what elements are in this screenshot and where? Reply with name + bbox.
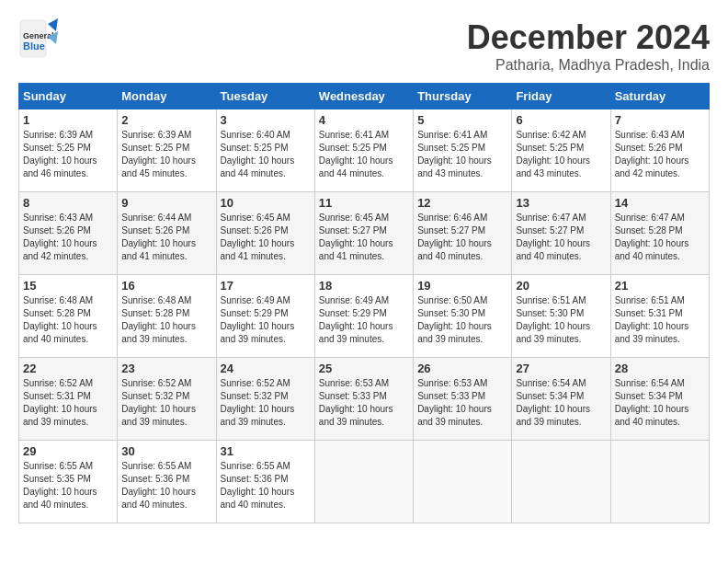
calendar-header-sunday: Sunday (19, 84, 118, 109)
day-number: 30 (121, 444, 211, 458)
day-number: 27 (516, 362, 606, 375)
calendar-cell: 21Sunrise: 6:51 AM Sunset: 5:31 PM Dayli… (610, 275, 709, 358)
calendar-cell: 17Sunrise: 6:49 AM Sunset: 5:29 PM Dayli… (216, 275, 314, 358)
day-number: 14 (615, 196, 705, 210)
calendar-cell: 25Sunrise: 6:53 AM Sunset: 5:33 PM Dayli… (314, 358, 413, 441)
day-number: 4 (319, 113, 409, 127)
calendar-cell: 18Sunrise: 6:49 AM Sunset: 5:29 PM Dayli… (314, 275, 413, 358)
day-info: Sunrise: 6:50 AM Sunset: 5:30 PM Dayligh… (417, 294, 507, 346)
calendar-cell: 28Sunrise: 6:54 AM Sunset: 5:34 PM Dayli… (610, 358, 709, 441)
day-number: 16 (121, 279, 211, 293)
day-info: Sunrise: 6:55 AM Sunset: 5:36 PM Dayligh… (121, 460, 211, 511)
day-info: Sunrise: 6:42 AM Sunset: 5:25 PM Dayligh… (516, 129, 606, 180)
day-number: 8 (23, 196, 113, 210)
logo-icon: General Blue (18, 18, 59, 59)
calendar-cell: 26Sunrise: 6:53 AM Sunset: 5:33 PM Dayli… (414, 358, 512, 441)
calendar-header-friday: Friday (512, 84, 610, 109)
calendar-header-saturday: Saturday (610, 84, 709, 109)
day-info: Sunrise: 6:54 AM Sunset: 5:34 PM Dayligh… (615, 377, 705, 429)
calendar-cell: 22Sunrise: 6:52 AM Sunset: 5:31 PM Dayli… (19, 358, 118, 441)
page-header: General Blue December 2024 Patharia, Mad… (18, 18, 710, 74)
day-info: Sunrise: 6:41 AM Sunset: 5:25 PM Dayligh… (417, 129, 507, 180)
logo: General Blue (18, 18, 59, 59)
day-info: Sunrise: 6:54 AM Sunset: 5:34 PM Dayligh… (516, 377, 606, 429)
day-number: 29 (23, 444, 113, 458)
day-info: Sunrise: 6:47 AM Sunset: 5:27 PM Dayligh… (516, 212, 606, 263)
calendar-cell: 10Sunrise: 6:45 AM Sunset: 5:26 PM Dayli… (216, 192, 314, 275)
logo: General Blue (18, 18, 59, 59)
day-info: Sunrise: 6:46 AM Sunset: 5:27 PM Dayligh… (417, 212, 507, 263)
title-section: December 2024 Patharia, Madhya Pradesh, … (467, 18, 710, 74)
svg-text:Blue: Blue (23, 40, 45, 52)
day-number: 23 (121, 362, 211, 375)
calendar-header-thursday: Thursday (414, 84, 512, 109)
calendar-cell: 27Sunrise: 6:54 AM Sunset: 5:34 PM Dayli… (512, 358, 610, 441)
calendar-cell: 3Sunrise: 6:40 AM Sunset: 5:25 PM Daylig… (216, 109, 314, 192)
calendar-header-wednesday: Wednesday (314, 84, 413, 109)
day-number: 11 (319, 196, 409, 210)
day-number: 15 (23, 279, 113, 293)
day-info: Sunrise: 6:44 AM Sunset: 5:26 PM Dayligh… (121, 212, 211, 263)
calendar-cell: 7Sunrise: 6:43 AM Sunset: 5:26 PM Daylig… (610, 109, 709, 192)
calendar-cell: 19Sunrise: 6:50 AM Sunset: 5:30 PM Dayli… (414, 275, 512, 358)
calendar-week-5: 29Sunrise: 6:55 AM Sunset: 5:35 PM Dayli… (19, 441, 710, 523)
calendar-week-4: 22Sunrise: 6:52 AM Sunset: 5:31 PM Dayli… (19, 358, 710, 441)
day-info: Sunrise: 6:49 AM Sunset: 5:29 PM Dayligh… (319, 294, 409, 346)
day-info: Sunrise: 6:45 AM Sunset: 5:26 PM Dayligh… (221, 212, 311, 263)
location: Patharia, Madhya Pradesh, India (467, 57, 710, 74)
day-info: Sunrise: 6:43 AM Sunset: 5:26 PM Dayligh… (23, 212, 113, 263)
calendar-cell: 14Sunrise: 6:47 AM Sunset: 5:28 PM Dayli… (610, 192, 709, 275)
calendar-cell: 6Sunrise: 6:42 AM Sunset: 5:25 PM Daylig… (512, 109, 610, 192)
day-info: Sunrise: 6:47 AM Sunset: 5:28 PM Dayligh… (615, 212, 705, 263)
day-info: Sunrise: 6:53 AM Sunset: 5:33 PM Dayligh… (319, 377, 409, 429)
calendar-cell: 12Sunrise: 6:46 AM Sunset: 5:27 PM Dayli… (414, 192, 512, 275)
day-number: 21 (615, 279, 705, 293)
day-number: 9 (121, 196, 211, 210)
calendar-cell: 2Sunrise: 6:39 AM Sunset: 5:25 PM Daylig… (118, 109, 216, 192)
day-number: 25 (319, 362, 409, 375)
day-info: Sunrise: 6:49 AM Sunset: 5:29 PM Dayligh… (221, 294, 311, 346)
calendar-header-monday: Monday (118, 84, 216, 109)
day-number: 12 (417, 196, 507, 210)
svg-text:General: General (23, 31, 54, 40)
day-number: 6 (516, 113, 606, 127)
calendar-cell (314, 441, 413, 523)
calendar-cell: 23Sunrise: 6:52 AM Sunset: 5:32 PM Dayli… (118, 358, 216, 441)
day-number: 7 (615, 113, 705, 127)
day-info: Sunrise: 6:53 AM Sunset: 5:33 PM Dayligh… (417, 377, 507, 429)
day-number: 13 (516, 196, 606, 210)
calendar-cell: 16Sunrise: 6:48 AM Sunset: 5:28 PM Dayli… (118, 275, 216, 358)
day-number: 22 (23, 362, 113, 375)
day-info: Sunrise: 6:51 AM Sunset: 5:31 PM Dayligh… (615, 294, 705, 346)
day-number: 19 (417, 279, 507, 293)
day-info: Sunrise: 6:39 AM Sunset: 5:25 PM Dayligh… (23, 129, 113, 180)
calendar-table: SundayMondayTuesdayWednesdayThursdayFrid… (18, 83, 710, 523)
calendar-cell: 24Sunrise: 6:52 AM Sunset: 5:32 PM Dayli… (216, 358, 314, 441)
day-number: 2 (121, 113, 211, 127)
calendar-cell: 15Sunrise: 6:48 AM Sunset: 5:28 PM Dayli… (19, 275, 118, 358)
svg-marker-3 (48, 18, 58, 31)
day-info: Sunrise: 6:43 AM Sunset: 5:26 PM Dayligh… (615, 129, 705, 180)
day-number: 24 (221, 362, 311, 375)
day-info: Sunrise: 6:48 AM Sunset: 5:28 PM Dayligh… (121, 294, 211, 346)
day-info: Sunrise: 6:45 AM Sunset: 5:27 PM Dayligh… (319, 212, 409, 263)
calendar-cell: 9Sunrise: 6:44 AM Sunset: 5:26 PM Daylig… (118, 192, 216, 275)
day-info: Sunrise: 6:52 AM Sunset: 5:32 PM Dayligh… (121, 377, 211, 429)
day-info: Sunrise: 6:52 AM Sunset: 5:32 PM Dayligh… (221, 377, 311, 429)
day-info: Sunrise: 6:55 AM Sunset: 5:35 PM Dayligh… (23, 460, 113, 511)
calendar-cell: 1Sunrise: 6:39 AM Sunset: 5:25 PM Daylig… (19, 109, 118, 192)
day-number: 18 (319, 279, 409, 293)
day-info: Sunrise: 6:39 AM Sunset: 5:25 PM Dayligh… (121, 129, 211, 180)
calendar-week-2: 8Sunrise: 6:43 AM Sunset: 5:26 PM Daylig… (19, 192, 710, 275)
day-info: Sunrise: 6:40 AM Sunset: 5:25 PM Dayligh… (221, 129, 311, 180)
day-number: 31 (221, 444, 311, 458)
day-number: 5 (417, 113, 507, 127)
day-info: Sunrise: 6:55 AM Sunset: 5:36 PM Dayligh… (221, 460, 311, 511)
day-number: 1 (23, 113, 113, 127)
day-info: Sunrise: 6:52 AM Sunset: 5:31 PM Dayligh… (23, 377, 113, 429)
day-number: 28 (615, 362, 705, 375)
calendar-cell: 29Sunrise: 6:55 AM Sunset: 5:35 PM Dayli… (19, 441, 118, 523)
calendar-cell: 30Sunrise: 6:55 AM Sunset: 5:36 PM Dayli… (118, 441, 216, 523)
calendar-cell: 11Sunrise: 6:45 AM Sunset: 5:27 PM Dayli… (314, 192, 413, 275)
month-title: December 2024 (467, 18, 710, 57)
